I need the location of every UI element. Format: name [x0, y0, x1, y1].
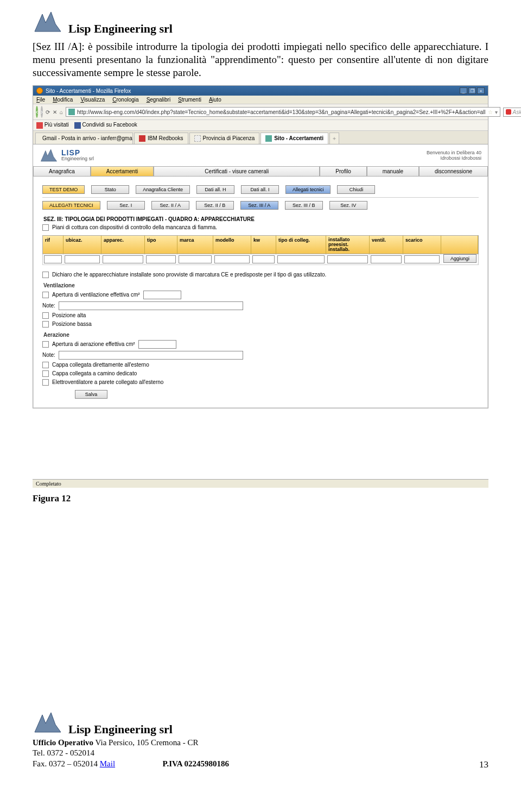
btn-allegati-tecnici-2[interactable]: ALLEGATI TECNICI — [42, 201, 100, 210]
checkbox-vent-apertura[interactable] — [42, 292, 49, 298]
input-ubicaz[interactable] — [65, 255, 100, 263]
input-vent-note[interactable] — [59, 301, 243, 310]
input-modello[interactable] — [214, 255, 250, 263]
label-aer-note: Note: — [42, 352, 55, 358]
btn-test-demo[interactable]: TEST DEMO — [42, 185, 85, 194]
checkbox-cappa-esterno[interactable] — [42, 362, 49, 368]
input-tipo[interactable] — [146, 255, 176, 263]
url-bar[interactable]: http://www.lisp-eng.com/d40/index.php?st… — [66, 107, 500, 117]
footer-tel: Tel. 0372 - 052014 — [33, 748, 488, 759]
input-apparec[interactable] — [103, 255, 143, 263]
btn-aggiungi[interactable]: Aggiungi — [443, 254, 476, 263]
label-pos-alta: Posizione alta — [52, 312, 86, 318]
btn-dati-i[interactable]: Dati all. I — [241, 185, 279, 194]
footer-ufficio-value: Via Persico, 105 Cremona - CR — [93, 738, 198, 747]
menu-file[interactable]: File — [36, 97, 45, 103]
site-favicon-icon — [68, 109, 75, 115]
menu-tools[interactable]: Strumenti — [178, 97, 201, 103]
label-dichiaro: Dichiaro che le apparecchiature installa… — [52, 272, 326, 278]
input-aer-cm2[interactable] — [138, 340, 176, 349]
share-facebook-label: Condividi su Facebook — [82, 122, 137, 128]
btn-sez1[interactable]: Sez. I — [107, 201, 145, 210]
menu-edit[interactable]: Modifica — [53, 97, 73, 103]
search-box[interactable]: Ask.com — [503, 108, 522, 117]
most-visited-button[interactable]: Più visitati — [36, 122, 69, 128]
checkbox-pos-alta[interactable] — [42, 312, 49, 319]
btn-sez4[interactable]: Sez. IV — [329, 201, 367, 210]
btn-salva[interactable]: Salva — [75, 390, 107, 399]
button-row-2: ALLEGATI TECNICI Sez. I Sez. II / A Sez.… — [42, 201, 479, 210]
col-kw: kw — [251, 236, 276, 254]
section-title: SEZ. III: TIPOLOGIA DEI PRODOTTI IMPIEGA… — [42, 213, 479, 223]
apptab-manuale[interactable]: manuale — [367, 166, 419, 177]
body-paragraph: [Sez III /A]: è possibile introdurre la … — [33, 40, 488, 79]
apptab-anagrafica[interactable]: Anagrafica — [33, 166, 91, 177]
input-colleg[interactable] — [277, 255, 325, 263]
new-tab-button[interactable]: ＋ — [329, 133, 339, 144]
input-marca[interactable] — [179, 255, 212, 263]
share-facebook-button[interactable]: Condividi su Facebook — [74, 122, 137, 128]
back-button[interactable]: ‹ — [36, 106, 38, 118]
tab-provincia[interactable]: Provincia di Piacenza — [189, 133, 260, 144]
home-icon[interactable]: ⌂ — [60, 108, 63, 116]
checkbox-aer-apertura[interactable] — [42, 341, 49, 348]
menu-history[interactable]: Cronologia — [112, 97, 138, 103]
figure-caption: Figura 12 — [33, 493, 488, 504]
forward-button[interactable]: › — [41, 106, 43, 118]
menu-help[interactable]: Aiuto — [209, 97, 221, 103]
input-kw[interactable] — [252, 255, 275, 263]
app-brand-line2: Engineering srl — [61, 156, 94, 161]
welcome-line2: Idrobossi Idrobossi — [427, 155, 481, 161]
btn-dati-h[interactable]: Dati all. H — [196, 185, 234, 194]
nav-toolbar: ‹ › ⟳ ✕ ⌂ http://www.lisp-eng.com/d40/in… — [33, 104, 488, 120]
checkbox-elettroventilatore[interactable] — [42, 379, 49, 386]
btn-stato[interactable]: Stato — [91, 185, 129, 194]
col-scarico: scarico — [403, 236, 441, 254]
btn-sez2a[interactable]: Sez. II / A — [151, 201, 189, 210]
bookmark-bar: Più visitati Condividi su Facebook — [33, 120, 488, 130]
checkbox-piani-cottura[interactable] — [42, 224, 49, 231]
apptab-disconnessione[interactable]: disconnessione — [419, 166, 488, 177]
apptab-certificati[interactable]: Certificati - visure camerali — [154, 166, 320, 177]
input-rif[interactable] — [44, 255, 62, 263]
menu-bookmarks[interactable]: Segnalibri — [147, 97, 170, 103]
welcome-line1: Benvenuto in Delibera 40 — [427, 150, 481, 155]
stop-icon[interactable]: ✕ — [53, 108, 57, 116]
btn-sez3a[interactable]: Sez. III / A — [240, 201, 278, 210]
input-vent-cm2[interactable] — [143, 291, 181, 299]
btn-sez3b[interactable]: Sez. III / B — [285, 201, 323, 210]
btn-chiudi[interactable]: Chiudi — [337, 185, 375, 194]
checkbox-cappa-camino[interactable] — [42, 370, 49, 377]
dropdown-icon[interactable]: ▾ — [495, 109, 498, 115]
firefox-icon — [36, 87, 43, 94]
label-aer-apertura: Apertura di aerazione effettiva cm² — [52, 341, 135, 347]
blank-favicon-icon — [194, 135, 201, 142]
close-button[interactable]: × — [477, 87, 485, 94]
btn-sez2b[interactable]: Sez. II / B — [196, 201, 234, 210]
apptab-accertamenti[interactable]: Accertamenti — [91, 166, 154, 177]
url-text: http://www.lisp-eng.com/d40/index.php?st… — [77, 109, 485, 115]
input-scarico[interactable] — [404, 255, 440, 263]
checkbox-dichiaro[interactable] — [42, 272, 49, 278]
col-actions — [441, 236, 478, 254]
apptab-profilo[interactable]: Profilo — [320, 166, 366, 177]
most-visited-icon — [36, 122, 43, 129]
reload-icon[interactable]: ⟳ — [46, 108, 50, 116]
label-piani-cottura: Piani di cottura con dispositivi di cont… — [52, 224, 217, 230]
tab-redbooks[interactable]: IBM Redbooks — [134, 133, 188, 144]
webapp-content: LISP Engineering srl Benvenuto in Delibe… — [33, 144, 488, 408]
checkbox-pos-bassa[interactable] — [42, 321, 49, 328]
col-rif: rif — [43, 236, 63, 254]
menu-view[interactable]: Visualizza — [80, 97, 105, 103]
maximize-button[interactable]: ❐ — [468, 87, 476, 94]
tab-sito-accertamenti[interactable]: Sito - Accertamenti — [260, 133, 328, 144]
bookmark-star-icon[interactable]: ☆ — [488, 109, 493, 115]
minimize-button[interactable]: _ — [460, 87, 467, 94]
input-aer-note[interactable] — [59, 351, 243, 360]
footer-mail-link[interactable]: Mail — [100, 759, 115, 768]
input-installato[interactable] — [327, 255, 368, 263]
btn-anagrafica-cliente[interactable]: Anagrafica Cliente — [136, 185, 190, 194]
tab-gmail[interactable]: Gmail - Posta in arrivo - ianferr@gmail.… — [35, 133, 133, 144]
input-ventil[interactable] — [371, 255, 402, 263]
btn-allegati-tecnici[interactable]: Allegati tecnici — [285, 185, 331, 194]
